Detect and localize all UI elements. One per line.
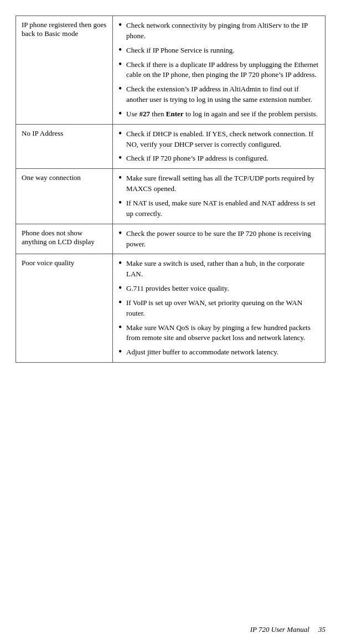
bullet-dot-icon: • bbox=[118, 173, 126, 183]
bullets-cell: •Make sure firewall setting has all the … bbox=[113, 169, 326, 224]
footer-manual-name: IP 720 User Manual 35 bbox=[250, 625, 326, 633]
troubleshooting-table: IP phone registered then goes back to Ba… bbox=[16, 16, 326, 363]
bullet-dot-icon: • bbox=[118, 258, 126, 268]
bullet-text: Make sure WAN QoS is okay by pinging a f… bbox=[126, 323, 319, 344]
bullet-list: •Check network connectivity by pinging f… bbox=[118, 20, 319, 120]
list-item: •Make sure firewall setting has all the … bbox=[118, 173, 319, 194]
bullets-cell: •Make sure a switch is used, rather than… bbox=[113, 254, 326, 363]
bullets-cell: •Check network connectivity by pinging f… bbox=[113, 16, 326, 125]
list-item: •Check if IP Phone Service is running. bbox=[118, 45, 319, 56]
bullet-text: Check if DHCP is enabled. If YES, check … bbox=[126, 129, 319, 150]
list-item: •If NAT is used, make sure NAT is enable… bbox=[118, 198, 319, 219]
list-item: •Check if IP 720 phone’s IP address is c… bbox=[118, 153, 319, 164]
bullets-cell: •Check the power source to be sure the I… bbox=[113, 224, 326, 254]
bullets-cell: •Check if DHCP is enabled. If YES, check… bbox=[113, 124, 326, 169]
bullet-list: •Make sure firewall setting has all the … bbox=[118, 173, 319, 219]
bullet-text: Check if there is a duplicate IP address… bbox=[126, 60, 319, 81]
bullet-dot-icon: • bbox=[118, 283, 126, 293]
table-row: Phone does not show anything on LCD disp… bbox=[16, 224, 326, 254]
page-container: IP phone registered then goes back to Ba… bbox=[0, 0, 341, 644]
bullet-text: Use #27 then Enter to log in again and s… bbox=[126, 109, 319, 120]
bullet-dot-icon: • bbox=[118, 228, 126, 238]
bullet-text: Check the extension’s IP address in Alti… bbox=[126, 84, 319, 105]
issue-cell: No IP Address bbox=[16, 124, 113, 169]
bullet-text: Check if IP 720 phone’s IP address is co… bbox=[126, 153, 319, 164]
bullet-dot-icon: • bbox=[118, 322, 126, 332]
bullet-text: If VoIP is set up over WAN, set priority… bbox=[126, 298, 319, 319]
list-item: •Make sure a switch is used, rather than… bbox=[118, 259, 319, 280]
bullet-list: •Make sure a switch is used, rather than… bbox=[118, 259, 319, 358]
bullet-text: Check network connectivity by pinging fr… bbox=[126, 20, 319, 42]
bullet-dot-icon: • bbox=[118, 198, 126, 208]
bullet-dot-icon: • bbox=[118, 347, 126, 357]
bullet-text: Adjust jitter buffer to accommodate netw… bbox=[126, 347, 319, 358]
bullet-text: Check if IP Phone Service is running. bbox=[126, 45, 319, 56]
list-item: •Check the power source to be sure the I… bbox=[118, 229, 319, 250]
bullet-dot-icon: • bbox=[118, 109, 126, 119]
bullet-text: Make sure a switch is used, rather than … bbox=[126, 259, 319, 280]
issue-cell: Phone does not show anything on LCD disp… bbox=[16, 224, 113, 254]
table-row: No IP Address•Check if DHCP is enabled. … bbox=[16, 124, 326, 169]
table-row: IP phone registered then goes back to Ba… bbox=[16, 16, 326, 125]
issue-cell: Poor voice quality bbox=[16, 254, 113, 363]
bullet-text: Make sure firewall setting has all the T… bbox=[126, 173, 319, 194]
list-item: •Check network connectivity by pinging f… bbox=[118, 20, 319, 42]
bullet-list: •Check if DHCP is enabled. If YES, check… bbox=[118, 129, 319, 164]
bullet-list: •Check the power source to be sure the I… bbox=[118, 229, 319, 250]
list-item: •Check if DHCP is enabled. If YES, check… bbox=[118, 129, 319, 150]
bullet-dot-icon: • bbox=[118, 84, 126, 94]
list-item: •Check if there is a duplicate IP addres… bbox=[118, 60, 319, 81]
list-item: •If VoIP is set up over WAN, set priorit… bbox=[118, 298, 319, 319]
bullet-dot-icon: • bbox=[118, 153, 126, 163]
bullet-dot-icon: • bbox=[118, 59, 126, 69]
bullet-dot-icon: • bbox=[118, 128, 126, 138]
bullet-dot-icon: • bbox=[118, 297, 126, 307]
bullet-dot-icon: • bbox=[118, 45, 126, 55]
table-row: Poor voice quality•Make sure a switch is… bbox=[16, 254, 326, 363]
bullet-text: Check the power source to be sure the IP… bbox=[126, 229, 319, 250]
bullet-dot-icon: • bbox=[118, 20, 126, 30]
issue-cell: One way connection bbox=[16, 169, 113, 224]
list-item: •G.711 provides better voice quality. bbox=[118, 284, 319, 294]
bullet-text: If NAT is used, make sure NAT is enabled… bbox=[126, 198, 319, 219]
issue-cell: IP phone registered then goes back to Ba… bbox=[16, 16, 113, 125]
bullet-text: G.711 provides better voice quality. bbox=[126, 284, 319, 294]
list-item: •Adjust jitter buffer to accommodate net… bbox=[118, 347, 319, 358]
table-row: One way connection•Make sure firewall se… bbox=[16, 169, 326, 224]
page-footer: IP 720 User Manual 35 bbox=[250, 625, 326, 634]
list-item: •Make sure WAN QoS is okay by pinging a … bbox=[118, 323, 319, 344]
list-item: •Use #27 then Enter to log in again and … bbox=[118, 109, 319, 120]
list-item: •Check the extension’s IP address in Alt… bbox=[118, 84, 319, 105]
